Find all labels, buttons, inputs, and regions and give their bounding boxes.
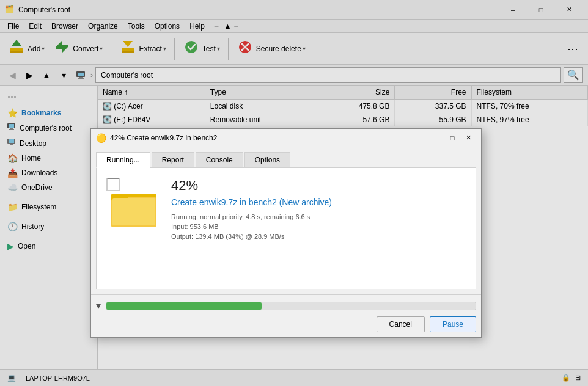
modal-app-icon: 🟡 [96, 133, 106, 143]
action-line1: Create enwik9.7z in [171, 197, 246, 207]
spinner [106, 178, 120, 191]
modal-input-line: Input: 953.6 MB [171, 223, 466, 230]
modal-tabs: Running... Report Console Options [91, 147, 481, 167]
tab-options[interactable]: Options [244, 152, 290, 167]
modal-close-button[interactable]: ✕ [460, 131, 476, 145]
modal-body: 42% Create enwik9.7z in bench2 (New arch… [106, 178, 466, 240]
action-link: bench2 [249, 197, 277, 207]
progress-bar-fill [106, 302, 262, 310]
modal-status-line: Running, normal priority, 4.8 s, remaini… [171, 213, 466, 220]
modal-info: 42% Create enwik9.7z in bench2 (New arch… [171, 178, 466, 240]
modal-title: 42% Create enwik9.7z in bench2 [110, 134, 428, 142]
pause-button[interactable]: Pause [430, 316, 476, 332]
modal-maximize-button[interactable]: □ [444, 131, 460, 145]
folder-icon [111, 188, 156, 231]
tab-console[interactable]: Console [196, 152, 243, 167]
modal-dialog: 🟡 42% Create enwik9.7z in bench2 – □ ✕ R… [90, 128, 482, 338]
modal-overlay: 🟡 42% Create enwik9.7z in bench2 – □ ✕ R… [0, 0, 588, 386]
svg-rect-27 [112, 198, 155, 225]
modal-content: 42% Create enwik9.7z in bench2 (New arch… [96, 167, 476, 290]
modal-minimize-button[interactable]: – [428, 131, 444, 145]
modal-percent: 42% [171, 178, 466, 194]
tab-running[interactable]: Running... [96, 152, 150, 168]
cancel-button[interactable]: Cancel [377, 316, 425, 332]
modal-progress-area: ▾ [91, 294, 481, 316]
modal-titlebar: 🟡 42% Create enwik9.7z in bench2 – □ ✕ [91, 129, 481, 147]
modal-action: Create enwik9.7z in bench2 (New archive) [171, 197, 466, 207]
tab-report[interactable]: Report [152, 152, 194, 167]
progress-collapse-icon[interactable]: ▾ [96, 300, 101, 311]
modal-icon-area [106, 178, 161, 233]
action-suffix: (New archive) [279, 197, 332, 207]
progress-bar [106, 302, 476, 310]
modal-footer: Cancel Pause [91, 316, 481, 337]
modal-output-line: Output: 139.4 MB (34%) @ 28.9 MB/s [171, 233, 466, 240]
